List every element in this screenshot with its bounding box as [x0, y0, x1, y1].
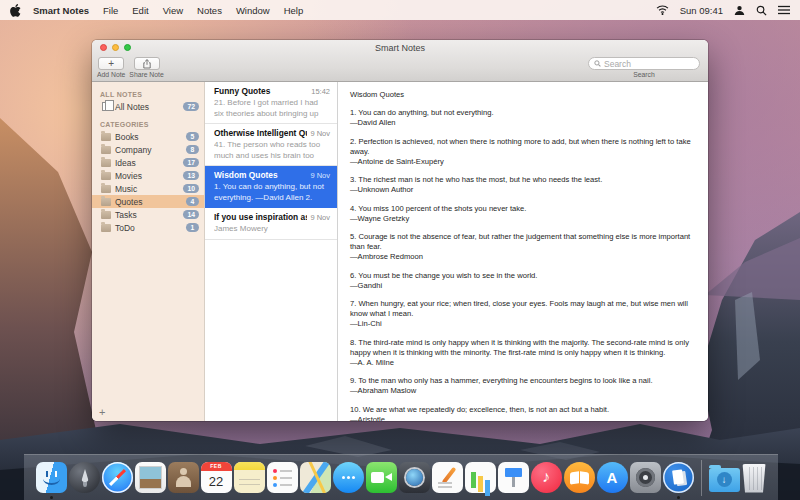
sidebar-category-item[interactable]: ToDo 1 — [92, 221, 204, 234]
add-note-label: Add Note — [97, 71, 125, 78]
dock-separator — [701, 460, 702, 496]
category-label: Ideas — [115, 158, 136, 168]
folder-icon — [101, 172, 111, 180]
quote-author: —Aristotle — [350, 415, 694, 421]
menubar-menu-item[interactable]: Help — [284, 5, 304, 16]
dock-icon-contacts[interactable] — [168, 462, 199, 493]
dock: FEB22 — [24, 454, 778, 500]
dock-icon-messages[interactable] — [333, 462, 364, 493]
search-input[interactable]: Search — [588, 57, 700, 70]
menubar-menu-item[interactable]: File — [103, 5, 118, 16]
dock-icon-keynote[interactable] — [498, 462, 529, 493]
dock-icon-smartnotes[interactable] — [663, 462, 694, 493]
dock-icon-sysprefs[interactable] — [630, 462, 661, 493]
sidebar-category-item[interactable]: Ideas 17 — [92, 156, 204, 169]
calendar-month: FEB — [201, 462, 232, 471]
folder-icon — [101, 224, 111, 232]
category-count-badge: 8 — [186, 145, 199, 154]
menubar-menu-item[interactable]: View — [163, 5, 183, 16]
dock-icon-maps[interactable] — [300, 462, 331, 493]
category-count-badge: 13 — [183, 171, 199, 180]
sidebar-category-item[interactable]: Movies 13 — [92, 169, 204, 182]
menubar-menus: File Edit View Notes Window Help — [103, 5, 303, 16]
add-category-button[interactable]: + — [99, 407, 105, 418]
sidebar-item-all-notes[interactable]: All Notes 72 — [92, 100, 204, 113]
dock-icon-finder[interactable] — [36, 462, 67, 493]
quote-text: 7. When hungry, eat your rice; when tire… — [350, 299, 694, 319]
dock-icon-launchpad[interactable] — [69, 462, 100, 493]
user-icon[interactable] — [734, 5, 745, 16]
categories-header: CATEGORIES — [92, 118, 204, 130]
note-preview: 41. The person who reads too much and us… — [214, 140, 330, 161]
quote-text: 1. You can do anything, but not everythi… — [350, 108, 694, 118]
quote-text: 2. Perfection is achieved, not when ther… — [350, 137, 694, 157]
quote-block: 10. We are what we repeatedly do; excell… — [350, 405, 694, 421]
zoom-button[interactable] — [124, 44, 131, 51]
note-list-item[interactable]: Wisdom Quotes 9 Nov 1. You can do anythi… — [205, 166, 337, 208]
menubar: Smart Notes File Edit View Notes Window … — [0, 0, 800, 20]
menubar-app-name[interactable]: Smart Notes — [33, 5, 89, 16]
dock-icon-ibooks[interactable] — [564, 462, 595, 493]
note-preview: 21. Before I got married I had six theor… — [214, 98, 330, 119]
spotlight-search-icon[interactable] — [756, 5, 767, 16]
dock-icon-pages[interactable] — [432, 462, 463, 493]
quote-list: 1. You can do anything, but not everythi… — [350, 108, 694, 421]
dock-icon-calendar[interactable]: FEB22 — [201, 462, 232, 493]
dock-icon-numbers[interactable] — [465, 462, 496, 493]
dock-icon-appstore[interactable] — [597, 462, 628, 493]
quote-text: 5. Courage is not the absence of fear, b… — [350, 232, 694, 252]
menubar-clock[interactable]: Sun 09:41 — [680, 5, 723, 16]
quote-author: —Abraham Maslow — [350, 386, 694, 396]
note-title: Otherwise Intelligent Quotes — [214, 128, 307, 138]
dock-icon-facetime[interactable] — [366, 462, 397, 493]
note-timestamp: 15:42 — [311, 87, 330, 96]
sidebar-category-item[interactable]: Company 8 — [92, 143, 204, 156]
titlebar[interactable]: Smart Notes — [92, 40, 708, 55]
dock-icon-photos[interactable] — [135, 462, 166, 493]
quote-block: 9. To the man who only has a hammer, eve… — [350, 376, 694, 396]
close-button[interactable] — [100, 44, 107, 51]
quote-text: 4. You miss 100 percent of the shots you… — [350, 204, 694, 214]
quote-block: 2. Perfection is achieved, not when ther… — [350, 137, 694, 168]
sidebar-category-item[interactable]: Tasks 14 — [92, 208, 204, 221]
menubar-menu-item[interactable]: Notes — [197, 5, 222, 16]
share-icon — [143, 59, 151, 69]
dock-icon-itunes[interactable] — [531, 462, 562, 493]
window-header: Smart Notes + Add Note Share Note Search — [92, 40, 708, 82]
note-title: Wisdom Quotes — [214, 170, 307, 180]
quote-block: 6. You must be the change you wish to se… — [350, 271, 694, 291]
quote-block: 1. You can do anything, but not everythi… — [350, 108, 694, 128]
category-list: Books 5 Company 8 Ideas 17 — [92, 130, 204, 234]
notification-center-icon[interactable] — [778, 5, 790, 15]
minimize-button[interactable] — [112, 44, 119, 51]
category-label: Tasks — [115, 210, 137, 220]
note-content: Wisdom Quotes 1. You can do anything, bu… — [338, 82, 708, 421]
sidebar-category-item[interactable]: Music 10 — [92, 182, 204, 195]
note-title: If you use inspiration as a... — [214, 212, 307, 222]
quote-author: —Lin-Chi — [350, 319, 694, 329]
apple-menu-icon[interactable] — [10, 4, 21, 17]
note-list-item[interactable]: Otherwise Intelligent Quotes 9 Nov 41. T… — [205, 124, 337, 166]
menubar-menu-item[interactable]: Window — [236, 5, 270, 16]
dock-icon-reminders[interactable] — [267, 462, 298, 493]
dock-icon-downloads[interactable] — [709, 468, 740, 492]
add-note-button[interactable]: + — [98, 57, 124, 70]
category-count-badge: 17 — [183, 158, 199, 167]
sidebar-category-item[interactable]: Quotes 4 — [92, 195, 204, 208]
sidebar-category-item[interactable]: Books 5 — [92, 130, 204, 143]
category-count-badge: 1 — [186, 223, 199, 232]
category-label: Company — [115, 145, 151, 155]
note-list-item[interactable]: If you use inspiration as a... 9 Nov Jam… — [205, 208, 337, 240]
dock-icon-notes[interactable] — [234, 462, 265, 493]
note-list: Funny Quotes 15:42 21. Before I got marr… — [205, 82, 338, 421]
wifi-icon[interactable] — [656, 5, 669, 15]
search-icon — [594, 60, 601, 67]
dock-icon-trash[interactable] — [742, 464, 767, 493]
note-list-item[interactable]: Funny Quotes 15:42 21. Before I got marr… — [205, 82, 337, 124]
dock-icon-safari[interactable] — [102, 462, 133, 493]
menubar-menu-item[interactable]: Edit — [132, 5, 148, 16]
share-note-button[interactable] — [134, 57, 160, 70]
dock-icon-photobooth[interactable] — [399, 462, 430, 493]
quote-text: 3. The richest man is not he who has the… — [350, 175, 694, 185]
all-notes-header: ALL NOTES — [92, 88, 204, 100]
